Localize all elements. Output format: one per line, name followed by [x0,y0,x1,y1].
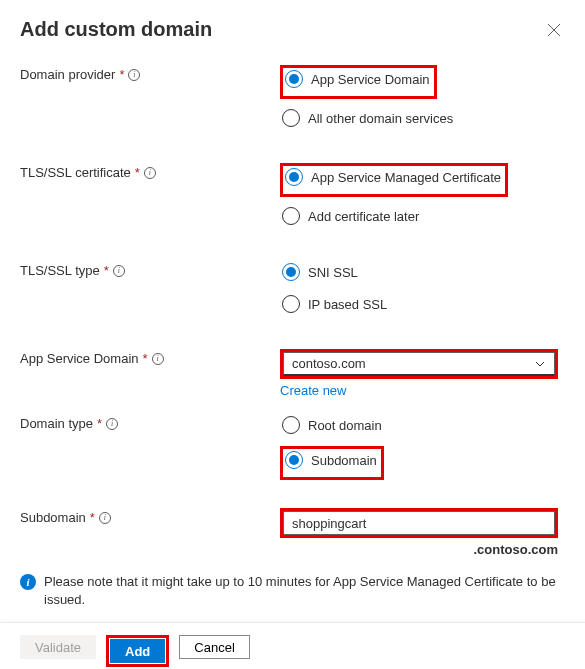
subdomain-suffix: .contoso.com [280,542,558,557]
info-icon[interactable]: i [113,265,125,277]
domain-type-label: Domain type* i [20,414,280,431]
add-button[interactable]: Add [110,639,165,663]
close-icon [547,23,561,37]
cancel-button[interactable]: Cancel [179,635,249,659]
page-title: Add custom domain [20,18,212,41]
info-icon[interactable]: i [106,418,118,430]
note-text: Please note that it might take up to 10 … [44,573,565,608]
tls-cert-later[interactable]: Add certificate later [280,205,423,227]
tls-type-label: TLS/SSL type* i [20,261,280,278]
tls-cert-label: TLS/SSL certificate* i [20,163,280,180]
info-icon[interactable]: i [152,353,164,365]
subdomain-input[interactable]: shoppingcart [283,511,555,535]
app-service-domain-label: App Service Domain* i [20,349,280,366]
subdomain-label: Subdomain* i [20,508,280,525]
chevron-down-icon [534,358,546,370]
radio-icon [285,70,303,88]
radio-icon [282,109,300,127]
domain-type-subdomain[interactable]: Subdomain [283,449,381,471]
domain-provider-label: Domain provider* i [20,65,280,82]
info-icon[interactable]: i [144,167,156,179]
tls-cert-managed[interactable]: App Service Managed Certificate [283,166,505,188]
radio-icon [282,207,300,225]
info-icon[interactable]: i [99,512,111,524]
domain-type-root[interactable]: Root domain [280,414,386,436]
close-button[interactable] [543,19,565,41]
info-icon: i [20,574,36,590]
validate-button: Validate [20,635,96,659]
info-icon[interactable]: i [128,69,140,81]
footer: Validate Add Cancel [0,622,585,669]
tls-type-ip[interactable]: IP based SSL [280,293,391,315]
radio-icon [282,295,300,313]
radio-icon [285,168,303,186]
domain-provider-other[interactable]: All other domain services [280,107,457,129]
radio-icon [282,416,300,434]
tls-type-sni[interactable]: SNI SSL [280,261,362,283]
domain-provider-app-service[interactable]: App Service Domain [283,68,434,90]
radio-icon [282,263,300,281]
app-service-domain-dropdown[interactable]: contoso.com [283,352,555,376]
create-new-link[interactable]: Create new [280,383,346,398]
radio-icon [285,451,303,469]
